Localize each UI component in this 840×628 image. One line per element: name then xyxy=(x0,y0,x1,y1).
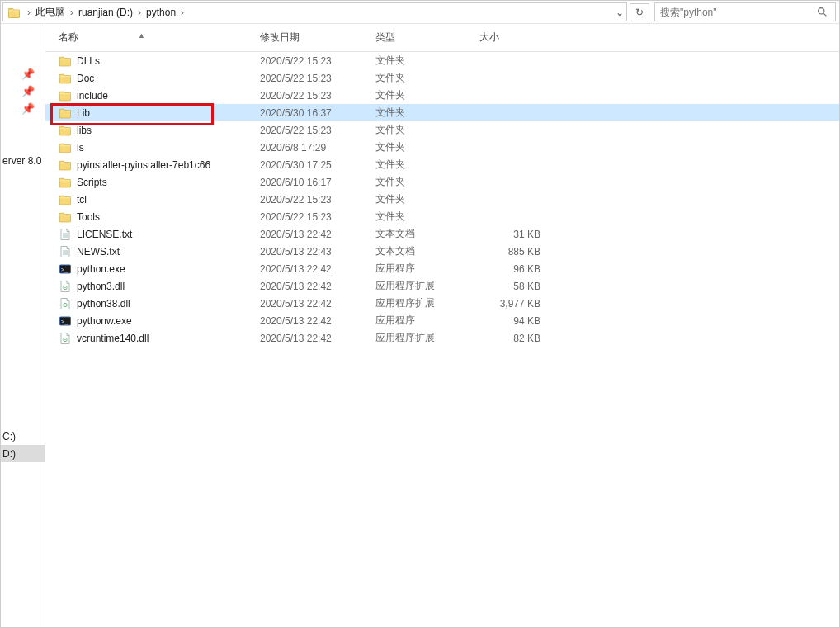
file-type: 应用程序扩展 xyxy=(375,296,479,310)
file-type: 文件夹 xyxy=(375,140,479,154)
file-row[interactable]: Lib2020/5/30 16:37文件夹 xyxy=(45,104,839,121)
file-type: 应用程序扩展 xyxy=(375,331,479,345)
file-date: 2020/5/13 22:42 xyxy=(260,281,375,292)
file-name: Tools xyxy=(77,211,100,223)
pin-icon[interactable]: 📌 xyxy=(1,83,45,100)
file-size: 885 KB xyxy=(479,246,554,257)
col-header-type[interactable]: 类型 xyxy=(375,31,479,45)
file-type: 文件夹 xyxy=(375,106,479,120)
chevron-right-icon[interactable]: › xyxy=(135,7,144,18)
chevron-right-icon[interactable]: › xyxy=(25,7,33,18)
file-name: NEWS.txt xyxy=(77,246,120,257)
file-row[interactable]: tcl2020/5/22 15:23文件夹 xyxy=(45,191,839,208)
folder-icon xyxy=(59,124,72,137)
file-name-cell: pyinstaller-pyinstaller-7eb1c66 xyxy=(45,158,260,172)
file-row[interactable]: >_pythonw.exe2020/5/13 22:42应用程序94 KB xyxy=(45,312,839,329)
file-row[interactable]: libs2020/5/22 15:23文件夹 xyxy=(45,121,839,139)
file-date: 2020/5/22 15:23 xyxy=(260,194,375,205)
nav-tree[interactable]: 📌 📌 📌 erver 8.0 C:) D:) xyxy=(1,24,45,627)
file-type: 文件夹 xyxy=(375,71,479,85)
dll-icon xyxy=(59,280,72,293)
txt-icon xyxy=(59,245,72,258)
file-name-cell: >_python.exe xyxy=(45,262,260,276)
tree-server[interactable]: erver 8.0 xyxy=(1,152,45,169)
address-history-dropdown[interactable]: ⌄ xyxy=(613,7,626,18)
file-type: 文件夹 xyxy=(375,210,479,224)
file-row[interactable]: >_python.exe2020/5/13 22:42应用程序96 KB xyxy=(45,260,839,277)
file-row[interactable]: Scripts2020/6/10 16:17文件夹 xyxy=(45,173,839,191)
txt-icon xyxy=(59,228,72,241)
file-date: 2020/5/22 15:23 xyxy=(260,211,375,223)
chevron-right-icon[interactable]: › xyxy=(178,7,186,18)
file-name: vcruntime140.dll xyxy=(77,333,149,344)
dll-icon xyxy=(59,297,72,310)
file-name-cell: include xyxy=(45,89,260,102)
file-row[interactable]: python38.dll2020/5/13 22:42应用程序扩展3,977 K… xyxy=(45,295,839,312)
file-row[interactable]: NEWS.txt2020/5/13 22:43文本文档885 KB xyxy=(45,243,839,260)
file-name-cell: Lib xyxy=(45,106,260,120)
tree-drive-c[interactable]: C:) xyxy=(1,427,45,445)
tree-drive-d[interactable]: D:) xyxy=(1,445,45,462)
chevron-right-icon[interactable]: › xyxy=(68,7,76,18)
breadcrumb[interactable]: › 此电脑 › ruanjian (D:) › python › ⌄ xyxy=(2,2,627,21)
svg-point-11 xyxy=(64,338,66,340)
file-type: 文件夹 xyxy=(375,123,479,137)
file-type: 文件夹 xyxy=(375,54,479,68)
breadcrumb-this-pc[interactable]: 此电脑 xyxy=(33,5,68,19)
file-name: DLLs xyxy=(77,55,100,67)
file-name-cell: LICENSE.txt xyxy=(45,228,260,241)
col-header-size[interactable]: 大小 xyxy=(479,31,554,45)
refresh-button[interactable]: ↻ xyxy=(630,3,649,21)
file-name-cell: Doc xyxy=(45,72,260,85)
col-header-name[interactable]: 名称▲ xyxy=(45,31,260,45)
pin-icon[interactable]: 📌 xyxy=(1,65,45,83)
column-header-row: 名称▲ 修改日期 类型 大小 xyxy=(45,24,839,52)
file-row[interactable]: LICENSE.txt2020/5/13 22:42文本文档31 KB xyxy=(45,225,839,243)
file-name-cell: ls xyxy=(45,141,260,154)
file-row[interactable]: python3.dll2020/5/13 22:42应用程序扩展58 KB xyxy=(45,277,839,295)
file-row[interactable]: pyinstaller-pyinstaller-7eb1c662020/5/30… xyxy=(45,156,839,173)
file-date: 2020/5/13 22:43 xyxy=(260,246,375,257)
file-type: 文件夹 xyxy=(375,175,479,189)
folder-icon xyxy=(59,141,72,154)
nav-buttons: ↻ xyxy=(627,3,649,21)
file-row[interactable]: include2020/5/22 15:23文件夹 xyxy=(45,87,839,104)
svg-text:>_: >_ xyxy=(61,319,68,325)
file-name: Scripts xyxy=(77,177,107,188)
file-name: python.exe xyxy=(77,263,125,275)
file-row[interactable]: DLLs2020/5/22 15:23文件夹 xyxy=(45,52,839,69)
file-type: 应用程序扩展 xyxy=(375,279,479,293)
folder-icon xyxy=(59,72,72,85)
file-date: 2020/5/22 15:23 xyxy=(260,90,375,102)
file-row[interactable]: Tools2020/5/22 15:23文件夹 xyxy=(45,208,839,225)
file-size: 96 KB xyxy=(479,263,554,275)
file-name-cell: tcl xyxy=(45,193,260,206)
file-name-cell: Tools xyxy=(45,210,260,224)
search-box[interactable] xyxy=(654,2,836,21)
folder-icon xyxy=(59,210,72,224)
file-name: include xyxy=(77,90,108,102)
col-header-date[interactable]: 修改日期 xyxy=(260,31,375,45)
file-name-cell: NEWS.txt xyxy=(45,245,260,258)
folder-icon xyxy=(59,106,72,120)
file-name: Doc xyxy=(77,73,94,84)
search-input[interactable] xyxy=(655,7,817,18)
file-name: tcl xyxy=(77,194,87,205)
file-type: 文本文档 xyxy=(375,244,479,258)
file-date: 2020/6/10 16:17 xyxy=(260,177,375,188)
file-row[interactable]: Doc2020/5/22 15:23文件夹 xyxy=(45,69,839,87)
file-name: python3.dll xyxy=(77,281,125,292)
file-name-cell: python38.dll xyxy=(45,297,260,310)
folder-icon xyxy=(59,54,72,68)
search-icon[interactable] xyxy=(817,7,835,17)
breadcrumb-folder[interactable]: python xyxy=(144,7,178,18)
pin-icon[interactable]: 📌 xyxy=(1,100,45,117)
folder-icon xyxy=(59,158,72,172)
breadcrumb-drive[interactable]: ruanjian (D:) xyxy=(76,7,135,18)
file-name: pyinstaller-pyinstaller-7eb1c66 xyxy=(77,159,210,171)
file-date: 2020/5/13 22:42 xyxy=(260,263,375,275)
file-row[interactable]: vcruntime140.dll2020/5/13 22:42应用程序扩展82 … xyxy=(45,329,839,347)
file-date: 2020/5/22 15:23 xyxy=(260,73,375,84)
folder-icon xyxy=(7,5,21,20)
file-row[interactable]: ls2020/6/8 17:29文件夹 xyxy=(45,139,839,156)
